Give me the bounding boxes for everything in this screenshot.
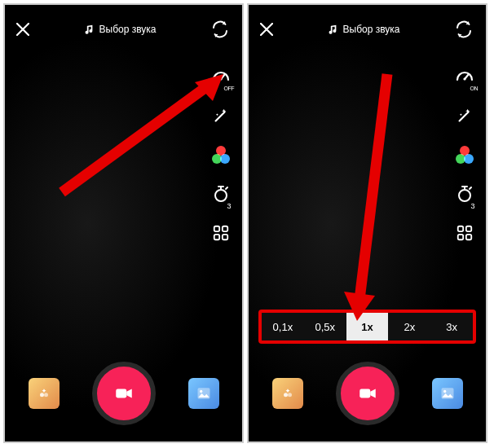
- svg-rect-3: [223, 226, 227, 231]
- camera-icon: [113, 383, 135, 404]
- annotation-arrow-right: [342, 70, 408, 331]
- effects-button[interactable]: [29, 378, 60, 409]
- timer-sub: 3: [470, 202, 474, 210]
- effects-button[interactable]: [272, 378, 303, 409]
- wand-icon: [212, 107, 230, 125]
- speedometer-icon: [455, 67, 474, 86]
- svg-point-14: [459, 190, 470, 201]
- grid-icon: [212, 224, 230, 242]
- flip-camera-button[interactable]: [453, 19, 474, 40]
- topbar: Выбор звука: [249, 5, 486, 54]
- speed-option-2[interactable]: 1x: [346, 313, 389, 340]
- screen-before: Выбор звука OFF 3: [3, 3, 244, 443]
- svg-line-24: [359, 74, 387, 306]
- speedometer-icon: [211, 67, 231, 86]
- timer-sub: 3: [227, 202, 231, 210]
- annotation-arrow-left: [54, 70, 233, 200]
- speed-sub-off: OFF: [224, 86, 235, 91]
- topbar: Выбор звука: [5, 5, 242, 54]
- svg-line-11: [62, 82, 213, 192]
- flip-icon: [210, 20, 230, 39]
- svg-rect-8: [116, 389, 126, 398]
- svg-rect-4: [214, 235, 219, 239]
- gallery-icon: [196, 385, 212, 402]
- svg-rect-17: [458, 235, 463, 239]
- camera-icon: [357, 383, 378, 404]
- filters-tool[interactable]: [453, 143, 476, 166]
- filters-tool[interactable]: [210, 143, 232, 166]
- svg-point-20: [288, 393, 292, 397]
- grid-icon: [456, 224, 474, 242]
- sound-picker[interactable]: Выбор звука: [83, 24, 157, 35]
- effects-icon: [280, 385, 296, 402]
- more-tool[interactable]: [453, 222, 476, 244]
- speed-option-0[interactable]: 0,1x: [262, 313, 304, 340]
- svg-point-0: [219, 77, 222, 80]
- music-note-icon: [83, 24, 95, 35]
- effects-icon: [36, 385, 52, 402]
- close-icon: [260, 23, 273, 36]
- speed-tool[interactable]: ON: [453, 65, 476, 88]
- sound-label: Выбор звука: [99, 24, 157, 35]
- svg-point-19: [284, 393, 288, 397]
- beauty-tool[interactable]: [210, 104, 232, 127]
- bottom-bar: [5, 345, 242, 441]
- svg-rect-2: [214, 226, 219, 231]
- speed-option-1[interactable]: 0,5x: [304, 313, 346, 340]
- record-button[interactable]: [336, 362, 399, 425]
- gallery-icon: [439, 385, 456, 402]
- speed-tool[interactable]: OFF: [210, 65, 232, 88]
- more-tool[interactable]: [210, 222, 232, 244]
- svg-point-7: [44, 393, 48, 397]
- timer-tool[interactable]: 3: [453, 182, 476, 205]
- svg-point-6: [40, 393, 44, 397]
- svg-point-1: [215, 190, 227, 201]
- music-note-icon: [327, 24, 338, 35]
- beauty-tool[interactable]: [453, 104, 476, 127]
- sound-label: Выбор звука: [343, 24, 400, 35]
- svg-rect-15: [458, 226, 463, 231]
- record-button[interactable]: [92, 362, 156, 425]
- timer-icon: [211, 184, 231, 204]
- sound-picker[interactable]: Выбор звука: [327, 24, 400, 35]
- filters-icon: [456, 146, 474, 164]
- svg-rect-5: [223, 235, 227, 239]
- tool-column: ON 3: [453, 65, 476, 244]
- svg-rect-16: [466, 226, 471, 231]
- tool-column: OFF 3: [210, 65, 232, 244]
- speed-option-3[interactable]: 2x: [388, 313, 430, 340]
- svg-point-23: [443, 390, 446, 393]
- svg-point-13: [463, 77, 465, 80]
- bottom-bar: [249, 345, 486, 441]
- speed-sub-on: ON: [470, 86, 479, 91]
- gallery-button[interactable]: [432, 378, 463, 409]
- speed-bar: 0,1x 0,5x 1x 2x 3x: [258, 310, 476, 344]
- speed-option-4[interactable]: 3x: [430, 313, 473, 340]
- svg-rect-21: [359, 389, 370, 398]
- close-button[interactable]: [16, 23, 29, 36]
- svg-rect-18: [466, 235, 471, 239]
- wand-icon: [456, 107, 474, 125]
- flip-icon: [454, 20, 474, 39]
- svg-point-10: [200, 390, 202, 393]
- timer-icon: [455, 184, 474, 204]
- close-button[interactable]: [260, 23, 273, 36]
- gallery-button[interactable]: [188, 378, 219, 409]
- screen-after: Выбор звука ON 3: [247, 3, 487, 443]
- flip-camera-button[interactable]: [210, 19, 231, 40]
- close-icon: [16, 23, 29, 36]
- filters-icon: [212, 146, 230, 164]
- comparison-wrap: Выбор звука OFF 3: [3, 3, 491, 443]
- timer-tool[interactable]: 3: [210, 182, 232, 205]
